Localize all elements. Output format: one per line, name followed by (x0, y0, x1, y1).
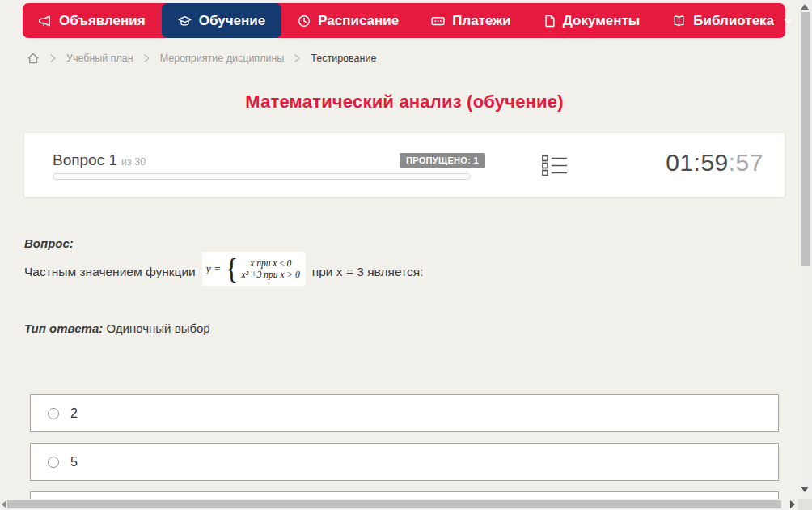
nav-item-payments[interactable]: Платежи (415, 3, 527, 38)
nav-item-label: Объявления (59, 13, 146, 29)
page-title: Математический анализ (обучение) (0, 91, 809, 113)
megaphone-icon (39, 15, 52, 28)
progress-bar (53, 173, 471, 180)
main-navbar: Объявления Обучение Расписание Платежи Д… (23, 3, 785, 38)
timer-seconds: :57 (729, 149, 763, 176)
breadcrumb-item-testing: Тестирование (311, 53, 376, 64)
scroll-left-arrow-icon[interactable] (2, 500, 6, 508)
nav-item-documents[interactable]: Документы (527, 3, 657, 38)
question-list-icon (542, 155, 568, 176)
chevron-right-icon (49, 53, 57, 63)
horizontal-scrollbar-thumb[interactable] (7, 500, 781, 508)
question-number-text: Вопрос 1 (53, 151, 117, 168)
question-list-button[interactable] (542, 155, 568, 176)
chevron-right-icon (294, 53, 301, 63)
formula-brace: { (226, 254, 239, 283)
question-text-before: Частным значением функции (24, 265, 196, 286)
timer-hours-minutes: 01:59 (666, 149, 729, 176)
nav-item-label: Платежи (452, 13, 511, 29)
scrollbar-corner (798, 499, 812, 510)
scroll-up-arrow-icon[interactable] (801, 4, 809, 10)
vertical-scrollbar-thumb[interactable] (801, 12, 810, 266)
answer-option-2[interactable]: 5 (30, 443, 779, 481)
formula-lhs: y = (206, 262, 221, 275)
nav-item-education[interactable]: Обучение (162, 3, 281, 38)
question-text-after: при x = 3 является: (312, 265, 424, 286)
breadcrumb-item-study-plan[interactable]: Учебный план (66, 53, 133, 64)
question-text-row: Частным значением функции y = { x при x … (24, 252, 423, 286)
nav-item-announcements[interactable]: Объявления (23, 3, 162, 38)
scroll-right-arrow-icon[interactable] (790, 500, 795, 508)
radio-button[interactable] (48, 457, 59, 468)
clock-icon (298, 15, 311, 28)
nav-item-label: Расписание (318, 13, 399, 29)
scroll-down-arrow-icon[interactable] (801, 487, 809, 492)
timer: 01:59:57 (666, 149, 763, 176)
graduation-cap-icon (178, 15, 192, 28)
question-header-card: Вопрос 1из 30 ПРОПУЩЕНО: 1 01:59:57 (24, 133, 785, 197)
open-book-icon (672, 15, 686, 28)
answer-type-label: Тип ответа: (24, 321, 103, 335)
option-label: 5 (70, 455, 78, 470)
breadcrumb: Учебный план Мероприятие дисциплины Тест… (27, 51, 376, 66)
answer-type-value: Одиночный выбор (106, 321, 209, 335)
nav-item-label: Документы (563, 13, 641, 29)
banknote-icon (431, 15, 445, 28)
formula-cases: x при x ≤ 0 x² +3 при x > 0 (242, 258, 300, 280)
answer-option-1[interactable]: 2 (30, 394, 779, 432)
question-number: Вопрос 1из 30 (53, 151, 146, 169)
document-icon (543, 15, 556, 28)
breadcrumb-item-discipline-event[interactable]: Мероприятие дисциплины (160, 53, 285, 64)
question-heading: Вопрос: (24, 236, 74, 250)
nav-item-schedule[interactable]: Расписание (281, 3, 415, 38)
test-page: Объявления Обучение Расписание Платежи Д… (0, 0, 812, 510)
nav-item-label: Обучение (199, 13, 265, 29)
radio-button[interactable] (48, 408, 59, 419)
chevron-down-icon (784, 18, 793, 24)
formula-case-1: x при x ≤ 0 (250, 258, 291, 269)
question-counter: из 30 (121, 156, 146, 168)
skipped-badge: ПРОПУЩЕНО: 1 (400, 153, 485, 168)
piecewise-formula: y = { x при x ≤ 0 x² +3 при x > 0 (202, 252, 306, 286)
nav-item-label: Библиотека (693, 13, 774, 29)
chevron-right-icon (143, 53, 150, 63)
formula-case-2: x² +3 при x > 0 (242, 270, 300, 280)
answer-type-row: Тип ответа: Одиночный выбор (24, 321, 210, 335)
nav-item-library[interactable]: Библиотека (656, 3, 809, 38)
answer-options: 2 5 (30, 394, 779, 510)
option-label: 2 (70, 406, 78, 421)
home-icon[interactable] (27, 52, 40, 65)
